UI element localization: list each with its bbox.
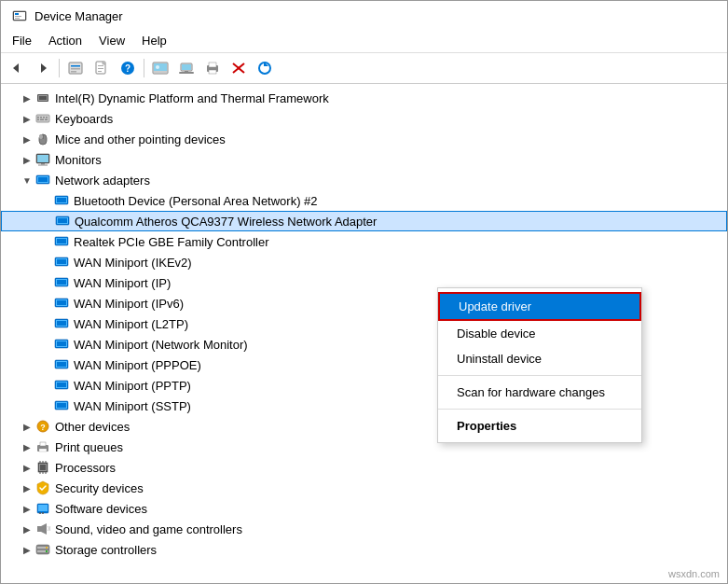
- menu-bar: File Action View Help: [1, 29, 727, 53]
- svg-rect-24: [179, 72, 194, 74]
- svg-text:)): )): [48, 525, 50, 531]
- label-other: Other devices: [55, 420, 130, 434]
- tree-item-wan-ikev2[interactable]: ▶ WAN Miniport (IKEv2): [1, 252, 727, 272]
- svg-rect-63: [57, 239, 66, 243]
- svg-rect-49: [37, 155, 48, 162]
- icon-mice: [34, 132, 51, 146]
- icon-storage: [34, 542, 51, 557]
- label-processors: Processors: [55, 461, 116, 475]
- svg-rect-27: [209, 63, 216, 67]
- svg-rect-41: [46, 117, 48, 118]
- tree-item-security[interactable]: ▶ Security devices: [1, 478, 727, 498]
- tree-item-intel[interactable]: ▶ Intel(R) Dynamic Platform and Thermal …: [1, 88, 727, 108]
- svg-rect-78: [57, 341, 66, 346]
- menu-action[interactable]: Action: [41, 31, 89, 50]
- svg-rect-54: [38, 177, 48, 182]
- toolbar-btn-3[interactable]: [63, 56, 88, 80]
- icon-software: [34, 501, 51, 516]
- device-manager-window: Device Manager File Action View Help: [0, 0, 728, 584]
- svg-rect-72: [57, 300, 66, 305]
- svg-rect-38: [37, 117, 39, 118]
- toolbar-btn-delete[interactable]: [227, 56, 251, 80]
- label-bluetooth: Bluetooth Device (Personal Area Network)…: [74, 194, 318, 208]
- tree-item-bluetooth[interactable]: ▶ Bluetooth Device (Personal Area Networ…: [1, 190, 727, 211]
- expand-security[interactable]: ▶: [20, 480, 34, 495]
- svg-rect-14: [98, 71, 102, 72]
- expand-storage[interactable]: ▶: [20, 542, 34, 557]
- svg-marker-6: [41, 63, 47, 73]
- tree-item-mice[interactable]: ▶ Mice and other pointing devices: [1, 129, 727, 149]
- svg-rect-40: [43, 117, 45, 118]
- menu-help[interactable]: Help: [134, 31, 174, 50]
- svg-rect-10: [71, 71, 76, 73]
- icon-keyboards: [34, 111, 51, 126]
- icon-wan-pppoe: [53, 357, 70, 372]
- tree-item-storage[interactable]: ▶ Storage controllers: [1, 539, 727, 560]
- context-menu: Update driver Disable device Uninstall d…: [437, 287, 642, 443]
- toolbar-btn-print[interactable]: [200, 56, 225, 80]
- label-wan-l2tp: WAN Miniport (L2TP): [74, 317, 188, 331]
- context-menu-update[interactable]: Update driver: [438, 292, 641, 321]
- tree-item-qualcomm[interactable]: ▶ Qualcomm Atheros QCA9377 Wireless Netw…: [1, 211, 727, 231]
- label-intel: Intel(R) Dynamic Platform and Thermal Fr…: [55, 91, 329, 105]
- expand-processors[interactable]: ▶: [20, 460, 34, 475]
- icon-other: ?: [34, 419, 51, 434]
- expand-other[interactable]: ▶: [20, 419, 34, 434]
- label-network: Network adapters: [55, 174, 150, 188]
- tree-item-realtek[interactable]: ▶ Realtek PCIe GBE Family Controller: [1, 231, 727, 252]
- label-wan-ipv6: WAN Miniport (IPv6): [74, 297, 184, 311]
- label-keyboards: Keyboards: [55, 112, 113, 126]
- svg-rect-51: [38, 165, 48, 166]
- context-menu-uninstall[interactable]: Uninstall device: [438, 346, 641, 371]
- icon-processors: [34, 460, 51, 475]
- svg-rect-92: [39, 449, 47, 452]
- svg-marker-5: [13, 63, 19, 73]
- context-menu-scan[interactable]: Scan for hardware changes: [438, 380, 641, 405]
- menu-file[interactable]: File: [5, 31, 39, 50]
- svg-rect-20: [154, 71, 167, 73]
- toolbar-sep-2: [144, 59, 144, 77]
- expand-network[interactable]: ▼: [20, 173, 34, 188]
- tree-item-keyboards[interactable]: ▶ Keyboards: [1, 108, 727, 129]
- icon-bluetooth: [53, 193, 70, 208]
- label-realtek: Realtek PCIe GBE Family Controller: [74, 235, 269, 249]
- expand-monitors[interactable]: ▶: [20, 152, 34, 167]
- icon-wan-netmon: [53, 337, 70, 352]
- svg-rect-25: [185, 71, 188, 72]
- svg-rect-60: [58, 218, 67, 223]
- forward-button[interactable]: [31, 56, 55, 80]
- context-menu-properties[interactable]: Properties: [438, 413, 641, 438]
- toolbar-btn-4[interactable]: [89, 56, 114, 80]
- expand-keyboards[interactable]: ▶: [20, 111, 34, 126]
- expand-intel[interactable]: ▶: [20, 90, 34, 105]
- toolbar-btn-5[interactable]: ?: [116, 56, 140, 80]
- svg-point-112: [46, 547, 48, 549]
- label-mice: Mice and other pointing devices: [55, 132, 226, 146]
- toolbar-btn-refresh[interactable]: [253, 56, 277, 80]
- icon-qualcomm: [54, 214, 71, 229]
- label-print: Print queues: [55, 440, 123, 454]
- expand-mice[interactable]: ▶: [20, 132, 34, 146]
- svg-rect-47: [39, 134, 43, 139]
- tree-item-software[interactable]: ▶ Software devices: [1, 498, 727, 519]
- expand-software[interactable]: ▶: [20, 501, 34, 516]
- svg-point-105: [42, 512, 44, 514]
- tree-item-network[interactable]: ▼ Network adapters: [1, 170, 727, 190]
- svg-rect-37: [36, 115, 49, 122]
- context-menu-disable[interactable]: Disable device: [438, 321, 641, 346]
- icon-realtek: [53, 234, 70, 249]
- tree-item-monitors[interactable]: ▶ Monitors: [1, 149, 727, 170]
- svg-rect-95: [40, 465, 46, 470]
- svg-point-104: [39, 512, 41, 514]
- expand-sound[interactable]: ▶: [20, 521, 34, 536]
- title-text: Device Manager: [34, 9, 123, 23]
- toolbar-btn-7[interactable]: [174, 56, 199, 80]
- menu-view[interactable]: View: [91, 31, 132, 50]
- back-button[interactable]: [5, 56, 29, 80]
- tree-item-processors[interactable]: ▶ Processors: [1, 457, 727, 478]
- svg-rect-103: [38, 505, 48, 511]
- tree-item-sound[interactable]: ▶ )) Sound, video and game controllers: [1, 519, 727, 539]
- toolbar-btn-6[interactable]: [148, 56, 172, 80]
- label-software: Software devices: [55, 502, 147, 516]
- expand-print[interactable]: ▶: [20, 439, 34, 454]
